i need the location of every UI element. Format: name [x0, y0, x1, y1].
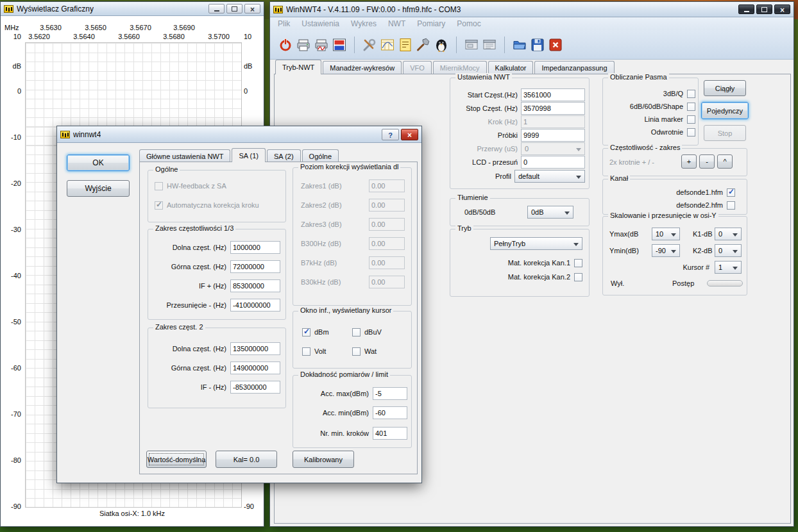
menu-pomiary[interactable]: Pomiary: [417, 19, 445, 28]
przesuniecie-input[interactable]: [230, 299, 280, 312]
if-minus-input[interactable]: [230, 381, 280, 394]
mat-korekcja-1-checkbox[interactable]: [574, 259, 582, 267]
window-large-icon[interactable]: [480, 36, 498, 54]
kal-button[interactable]: Kal= 0.0: [216, 451, 277, 468]
dbm-checkbox[interactable]: [302, 328, 310, 337]
y-axis-unit-left: dB: [2, 62, 21, 70]
printer-icon[interactable]: [294, 36, 312, 54]
b30khz-input[interactable]: [369, 276, 405, 288]
menu-wykres[interactable]: Wykres: [351, 19, 377, 28]
gorna-czest-1-input[interactable]: [230, 260, 280, 273]
linux-penguin-icon[interactable]: [432, 36, 450, 54]
k1-combobox[interactable]: 0: [715, 228, 742, 240]
sweep-table-icon[interactable]: [378, 36, 396, 54]
pojedynczy-button[interactable]: Pojedynczy: [701, 102, 749, 119]
x-tick: 3.5680: [160, 33, 188, 40]
tab-sa2[interactable]: SA (2): [267, 149, 301, 162]
tab-miernik-mocy[interactable]: MiernikMocy: [433, 61, 487, 74]
volt-checkbox[interactable]: [302, 347, 310, 356]
stop-czest-input[interactable]: [521, 102, 585, 115]
defsonde1-checkbox[interactable]: [727, 188, 735, 197]
menu-plik[interactable]: Plik: [278, 19, 290, 28]
maximize-icon[interactable]: [226, 4, 242, 13]
nr-min-krokow-input[interactable]: [373, 427, 407, 440]
attenuator-combobox[interactable]: 0dB: [527, 206, 573, 219]
3db-q-checkbox[interactable]: [687, 90, 695, 98]
odwrotnie-checkbox[interactable]: [687, 128, 695, 137]
dolna-czest-1-input[interactable]: [230, 241, 280, 254]
main-window-titlebar[interactable]: WinNWT4 - V.4.11.09 - FW:0.00 - hfm9.hfc…: [270, 2, 794, 17]
mat-korekcja-2-checkbox[interactable]: [574, 273, 582, 281]
ymin-combobox[interactable]: -90: [652, 244, 680, 257]
ok-button[interactable]: OK: [67, 154, 130, 171]
zakres3-db-input[interactable]: [369, 218, 405, 231]
dolna-czest-2-input[interactable]: [230, 342, 280, 355]
start-czest-input[interactable]: [521, 88, 585, 101]
open-folder-icon[interactable]: [511, 36, 529, 54]
menu-nwt[interactable]: NWT: [388, 19, 405, 28]
lcd-przesun-input[interactable]: [521, 156, 585, 169]
window-small-icon[interactable]: [463, 36, 480, 54]
help-icon[interactable]: [382, 129, 399, 140]
print-plot-icon[interactable]: [312, 36, 330, 54]
freq-caret-button[interactable]: ^: [717, 154, 733, 169]
wat-checkbox[interactable]: [352, 347, 361, 356]
tab-vfo[interactable]: VFO: [403, 61, 432, 74]
close-icon[interactable]: [401, 129, 418, 140]
export-image-icon[interactable]: [330, 36, 348, 54]
if-plus-input[interactable]: [230, 279, 280, 292]
ymax-combobox[interactable]: 10: [652, 228, 680, 240]
wyjscie-button[interactable]: Wyjście: [67, 180, 130, 197]
minimize-icon[interactable]: [738, 4, 754, 14]
ymax-label: Ymax(dB: [609, 230, 638, 238]
exit-icon[interactable]: [547, 36, 565, 54]
tryb-combobox[interactable]: PełnyTryb: [490, 237, 582, 250]
tab-ogolne[interactable]: Ogólne: [302, 149, 339, 162]
b300hz-input[interactable]: [369, 237, 405, 250]
ciagly-button[interactable]: Ciągły: [704, 80, 746, 96]
b7khz-input[interactable]: [369, 256, 405, 269]
power-icon[interactable]: [276, 36, 294, 54]
stop-button[interactable]: Stop: [704, 125, 746, 141]
freq-minus-button[interactable]: -: [699, 154, 715, 169]
graph-window-titlebar[interactable]: Wyświetlacz Graficzny: [1, 2, 264, 16]
save-icon[interactable]: [529, 36, 547, 54]
gorna-czest-2-input[interactable]: [230, 362, 280, 374]
tab-manadzer-wykresow[interactable]: Manadżer-wykresów: [323, 61, 402, 74]
6db-shape-checkbox[interactable]: [687, 103, 695, 111]
tab-kalkulator[interactable]: Kalkulator: [488, 61, 534, 74]
auto-korekcja-checkbox[interactable]: [155, 201, 163, 210]
minimize-icon[interactable]: [208, 4, 225, 13]
tab-impedanzanpassung[interactable]: Impedanzanpassung: [534, 61, 614, 74]
tools-icon[interactable]: [361, 36, 378, 54]
notes-icon[interactable]: [396, 36, 414, 54]
close-icon[interactable]: [774, 4, 790, 14]
dialog-titlebar[interactable]: winnwt4: [57, 126, 421, 143]
hw-feedback-checkbox[interactable]: [155, 182, 163, 190]
default-values-button[interactable]: Wartość-domyślna: [146, 451, 207, 468]
zakres2-db-input[interactable]: [369, 199, 405, 212]
menu-pomoc[interactable]: Pomoc: [457, 19, 480, 28]
linia-marker-checkbox[interactable]: [687, 115, 695, 124]
freq-plus-button[interactable]: +: [681, 154, 697, 169]
krok-input[interactable]: [521, 115, 585, 128]
k2-combobox[interactable]: 0: [715, 244, 742, 257]
przerwy-combobox[interactable]: 0: [521, 142, 585, 155]
zakres1-db-input[interactable]: [369, 179, 405, 192]
tab-tryb-nwt[interactable]: Tryb-NWT: [275, 60, 321, 74]
kursor-combobox[interactable]: 1: [715, 261, 742, 274]
dbuv-checkbox[interactable]: [352, 328, 361, 337]
menu-ustawienia[interactable]: Ustawienia: [301, 19, 339, 28]
tab-sa1[interactable]: SA (1): [232, 148, 266, 162]
kalibrowany-button[interactable]: Kalibrowany: [293, 451, 354, 468]
close-icon[interactable]: [244, 4, 260, 13]
acc-max-input[interactable]: [373, 387, 407, 400]
acc-min-input[interactable]: [373, 406, 407, 419]
postep-progressbar: [707, 280, 743, 287]
hardware-icon[interactable]: [414, 36, 432, 54]
profil-combobox[interactable]: default: [514, 170, 585, 183]
defsonde2-checkbox[interactable]: [727, 201, 735, 210]
probki-input[interactable]: [521, 129, 585, 142]
maximize-icon[interactable]: [756, 4, 772, 14]
tab-glowne-ustawienia[interactable]: Główne ustawienia NWT: [139, 149, 230, 162]
